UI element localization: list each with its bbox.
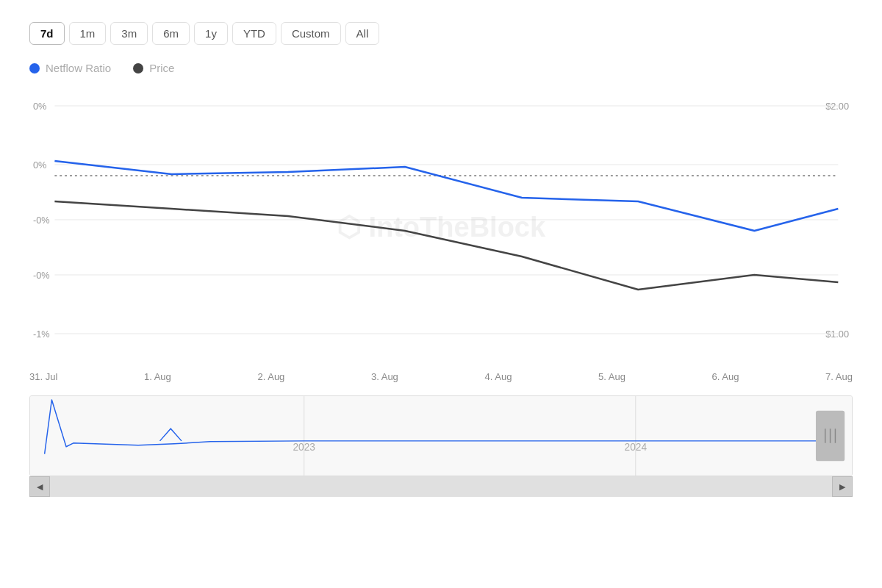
time-btn-7d[interactable]: 7d: [29, 22, 65, 45]
main-container: 7d 1m 3m 6m 1y YTD Custom All Netflow Ra…: [0, 0, 882, 588]
time-btn-1y[interactable]: 1y: [194, 22, 228, 45]
scroll-left-btn[interactable]: ◀: [29, 476, 50, 497]
mini-chart-container[interactable]: 2023 2024: [29, 395, 853, 476]
x-label-3aug: 3. Aug: [371, 371, 398, 382]
time-btn-6m[interactable]: 6m: [152, 22, 190, 45]
time-btn-1m[interactable]: 1m: [69, 22, 107, 45]
x-label-5aug: 5. Aug: [598, 371, 625, 382]
price-label: Price: [149, 62, 174, 74]
scroll-right-btn[interactable]: ▶: [832, 476, 853, 497]
main-chart-area: ⬡ IntoTheBlock 0% 0% -0% -0% -1% $2.00 $…: [29, 87, 853, 367]
price-line: [54, 201, 838, 290]
x-label-31jul: 31. Jul: [29, 371, 57, 382]
netflow-line: [54, 161, 838, 231]
time-range-controls: 7d 1m 3m 6m 1y YTD Custom All: [7, 15, 875, 56]
x-label-1aug: 1. Aug: [144, 371, 171, 382]
time-btn-all[interactable]: All: [345, 22, 380, 45]
time-btn-ytd[interactable]: YTD: [232, 22, 276, 45]
svg-text:-0%: -0%: [33, 270, 50, 281]
x-label-4aug: 4. Aug: [485, 371, 512, 382]
time-btn-3m[interactable]: 3m: [110, 22, 148, 45]
netflow-label: Netflow Ratio: [46, 62, 111, 74]
svg-text:-0%: -0%: [33, 215, 50, 226]
mini-chart-svg: 2023 2024: [30, 396, 852, 476]
netflow-dot: [29, 63, 40, 74]
x-label-7aug: 7. Aug: [825, 371, 853, 382]
legend-price: Price: [133, 62, 174, 74]
x-label-2aug: 2. Aug: [257, 371, 284, 382]
svg-text:0%: 0%: [33, 159, 46, 171]
x-label-6aug: 6. Aug: [712, 371, 739, 382]
svg-text:2024: 2024: [625, 442, 648, 453]
svg-text:-1%: -1%: [33, 329, 50, 340]
scrollbar[interactable]: ◀ ▶: [29, 476, 853, 497]
main-chart-svg: 0% 0% -0% -0% -1% $2.00 $1.00: [29, 87, 853, 367]
legend-netflow: Netflow Ratio: [29, 62, 111, 74]
scroll-track[interactable]: [50, 476, 832, 497]
svg-text:0%: 0%: [33, 101, 46, 112]
price-dot: [133, 63, 143, 74]
x-axis-labels: 31. Jul 1. Aug 2. Aug 3. Aug 4. Aug 5. A…: [7, 367, 875, 382]
svg-text:2023: 2023: [293, 442, 315, 453]
time-btn-custom[interactable]: Custom: [281, 22, 341, 45]
chart-legend: Netflow Ratio Price: [7, 56, 875, 87]
svg-rect-13: [30, 396, 852, 476]
